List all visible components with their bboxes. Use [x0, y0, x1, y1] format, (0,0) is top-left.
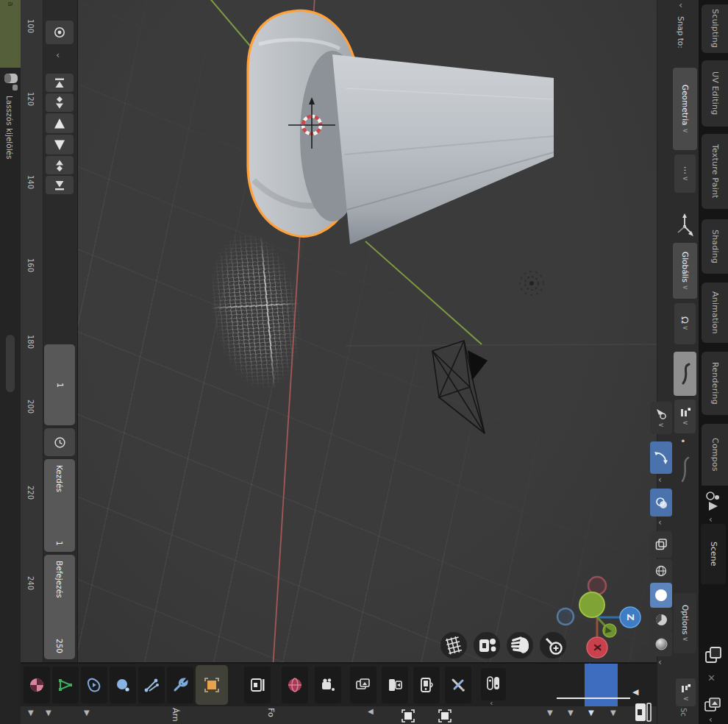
start-frame-label: Kezdés	[55, 465, 64, 492]
auto-key-record-button[interactable]	[46, 21, 74, 44]
props-tab-physics[interactable]	[81, 667, 107, 703]
scene-name-value: Scene	[709, 542, 718, 567]
current-frame-field[interactable]: 1	[44, 344, 75, 425]
proportional-edit-dropdown[interactable]: ∨	[674, 400, 696, 433]
timeline-editor: 100 120 140 160 180 200 220 240 ‹	[21, 0, 78, 662]
viewport-3d[interactable]	[77, 0, 657, 662]
overlays-chevron[interactable]: ‹	[658, 518, 662, 527]
props-tab-output[interactable]	[382, 667, 408, 703]
start-frame-value: 1	[55, 541, 64, 546]
panel-arrow[interactable]: ▼	[568, 709, 574, 717]
tab-texture-paint[interactable]: Texture Paint	[702, 134, 728, 209]
panel-arrow[interactable]: ▼	[84, 709, 90, 717]
editor-join-chevron: ∨	[682, 696, 690, 701]
visibility-icon	[654, 408, 668, 421]
timeline-header-chevron[interactable]: ‹	[56, 50, 60, 60]
tab-animation[interactable]: Animation	[702, 283, 728, 343]
snap-more-glyph: ⋯	[680, 166, 690, 174]
panel-arrow[interactable]: ▼	[547, 709, 553, 717]
props-tab-material[interactable]	[24, 667, 50, 703]
falloff-curve-icon	[678, 361, 693, 386]
panel-label-a: Árn	[171, 708, 180, 722]
tab-shading[interactable]: Shading	[702, 219, 728, 274]
shading-solid-button[interactable]	[650, 583, 672, 608]
status-scroll-handle[interactable]	[6, 335, 15, 392]
play-reverse-button[interactable]	[46, 113, 74, 133]
value-slider-line	[557, 698, 630, 699]
props-filter-pill[interactable]	[481, 668, 506, 700]
tab-rendering[interactable]: Rendering	[702, 352, 728, 415]
editor-split-icon[interactable]	[632, 700, 654, 724]
props-tab-constraints[interactable]	[110, 667, 136, 703]
gizmos-chevron[interactable]: ‹	[658, 475, 662, 484]
snap-target-value: Geometria	[681, 85, 690, 126]
tab-label: Rendering	[710, 362, 720, 405]
props-tab-world[interactable]	[282, 667, 308, 703]
shading-wireframe-icon	[654, 564, 668, 578]
props-tab-object-data[interactable]	[52, 667, 79, 703]
current-frame-value: 1	[55, 383, 65, 388]
props-tab-modifiers[interactable]	[167, 667, 193, 703]
props-tab-tool[interactable]	[445, 667, 471, 703]
dot-indicator-icon: •	[680, 436, 686, 447]
prev-keyframe-button[interactable]	[46, 93, 74, 112]
tab-label: Shading	[710, 230, 720, 263]
editor-join-icon	[680, 684, 691, 695]
xray-toggle[interactable]	[650, 531, 672, 558]
panel-triangle[interactable]: ◀	[632, 687, 638, 697]
checkbox-bracket-icon[interactable]	[437, 708, 453, 724]
gizmos-toggle[interactable]	[650, 441, 672, 474]
snap-more-dropdown[interactable]: ⋯ ∨	[674, 155, 696, 193]
toolbar-start-chevron[interactable]: ‹	[679, 0, 682, 10]
tab-label: UV Editing	[710, 71, 720, 115]
options-dropdown[interactable]: Options ∨	[674, 593, 696, 653]
visibility-dropdown[interactable]: ∨	[650, 402, 672, 434]
snap-magnet-dropdown[interactable]: Ω ∨	[674, 303, 696, 344]
new-scene-icon[interactable]	[703, 645, 724, 670]
tab-compositing[interactable]: Compos	[702, 424, 728, 486]
snap-target-dropdown[interactable]: Geometria ∨	[673, 68, 697, 150]
orientation-dropdown[interactable]: Globális ∨	[673, 243, 697, 299]
props-tab-render[interactable]	[413, 667, 440, 703]
props-tab-particles[interactable]	[138, 667, 165, 703]
view-layer-chevron[interactable]: ‹	[709, 715, 713, 724]
shading-rendered-button[interactable]	[650, 631, 672, 656]
tab-uv-editing[interactable]: UV Editing	[702, 60, 728, 127]
start-frame-field[interactable]: Kezdés 1	[44, 459, 75, 552]
panel-arrow[interactable]: ▼	[610, 709, 616, 717]
panel-label-b: Fo	[266, 708, 276, 717]
timeline-ruler[interactable]: 100 120 140 160 180 200 220 240	[21, 0, 43, 662]
overlays-toggle[interactable]	[650, 489, 672, 517]
frame-clock-button[interactable]	[44, 428, 75, 456]
shading-wireframe-button[interactable]	[650, 559, 672, 583]
panel-arrow[interactable]: ▼	[46, 709, 51, 717]
panel-arrow[interactable]: ▼	[28, 709, 34, 717]
props-tab-scene[interactable]	[315, 667, 341, 703]
disabled-curve-icon	[677, 455, 693, 484]
scene-icon[interactable]	[703, 489, 722, 518]
next-keyframe-button[interactable]	[46, 156, 74, 174]
checkbox-bracket-icon[interactable]	[400, 708, 416, 724]
scene-name-field[interactable]: Scene	[701, 524, 726, 584]
play-button[interactable]	[46, 135, 74, 155]
props-tab-object-selected[interactable]	[196, 665, 228, 705]
falloff-curve-button[interactable]	[674, 352, 696, 396]
panel-arrow-left[interactable]: ◀	[368, 707, 374, 715]
properties-editor: ‹ ∧ ◀ ▼ ▼ ▼ Árn Fo ◀ ▼ ▼ ▼ ▼	[21, 662, 657, 724]
shading-material-button[interactable]	[650, 608, 672, 631]
scene-icon-chevron[interactable]: ‹	[709, 515, 713, 524]
status-corner-block	[0, 0, 21, 68]
proportional-edit-chevron: ∨	[682, 420, 689, 425]
end-frame-field[interactable]: Befejezés 250	[44, 555, 75, 659]
panel-arrow-blue[interactable]: ▼	[588, 709, 594, 717]
proportional-edit-icon	[679, 407, 691, 419]
props-tab-panel[interactable]	[244, 667, 271, 703]
editor-join-button[interactable]: ∨	[676, 678, 696, 706]
shading-chevron[interactable]: ‹	[658, 658, 662, 667]
delete-scene-button[interactable]: ✕	[707, 672, 715, 684]
tab-sculpting[interactable]: Sculpting	[702, 4, 728, 53]
jump-to-end-button[interactable]	[46, 176, 74, 194]
jump-to-start-button[interactable]	[46, 74, 74, 92]
props-tab-view-layer[interactable]	[350, 667, 377, 703]
view-layer-icon[interactable]	[703, 696, 724, 718]
